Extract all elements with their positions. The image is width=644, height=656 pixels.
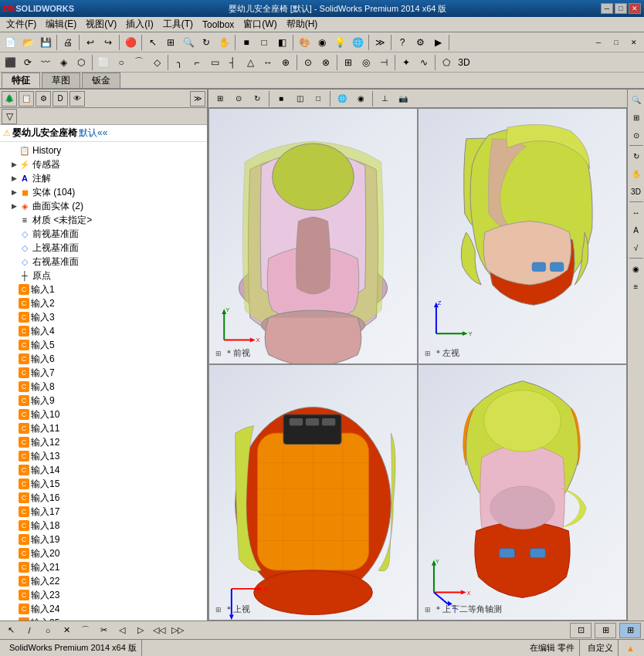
tb-wireframe[interactable]: □ <box>256 34 273 51</box>
menu-tools[interactable]: 工具(T) <box>158 16 198 32</box>
tree-item-input11[interactable]: C 输入11 <box>0 421 207 435</box>
tree-item-input16[interactable]: C 输入16 <box>0 491 207 505</box>
vp-view-orient[interactable]: ⊞ <box>212 90 229 107</box>
tree-item-input7[interactable]: C 输入7 <box>0 366 207 380</box>
rt-appearance[interactable]: ◉ <box>628 260 645 277</box>
bottom-line[interactable]: / <box>22 623 37 638</box>
filter-icon[interactable]: ▽ <box>2 109 17 124</box>
tree-item-input19[interactable]: C 输入19 <box>0 533 207 546</box>
open-button[interactable]: 📂 <box>19 34 36 51</box>
bottom-cross[interactable]: ✕ <box>59 623 74 638</box>
tb-zoom-fit[interactable]: ⊞ <box>162 34 179 51</box>
vp-rotate[interactable]: ↻ <box>249 90 266 107</box>
vp-appear[interactable]: ◉ <box>352 90 369 107</box>
rt-3d-view[interactable]: 3D <box>628 183 645 200</box>
tb-cut-sweep[interactable]: ⌒ <box>130 54 147 71</box>
tree-item-input5[interactable]: C 输入5 <box>0 338 207 352</box>
tab-sketch[interactable]: 草图 <box>42 73 80 88</box>
menu-window[interactable]: 窗口(W) <box>239 16 281 32</box>
view-left[interactable]: Y Z ⊞ ＊左视 <box>418 108 627 364</box>
tree-item-input15[interactable]: C 输入15 <box>0 477 207 491</box>
tree-item-input9[interactable]: C 输入9 <box>0 394 207 407</box>
bottom-two-view[interactable]: ⊞ <box>595 623 616 638</box>
tb-hole[interactable]: ⊙ <box>300 54 317 71</box>
tree-item-input23[interactable]: C 输入23 <box>0 588 207 602</box>
minimize-button[interactable]: ─ <box>601 3 613 14</box>
bottom-next[interactable]: ▷ <box>133 623 148 638</box>
vp-zoom-fit[interactable]: ⊙ <box>230 90 247 107</box>
rt-zoom-in[interactable]: 🔍 <box>628 91 645 108</box>
tb-select[interactable]: ↖ <box>144 34 161 51</box>
doc-close[interactable]: ✕ <box>625 34 642 51</box>
tree-item-right-plane[interactable]: ◇ 右视基准面 <box>0 255 207 269</box>
bottom-arc[interactable]: ⌒ <box>77 623 93 638</box>
menu-toolbox[interactable]: Toolbox <box>198 18 239 32</box>
tb-more[interactable]: ≫ <box>371 34 388 51</box>
tb-rib[interactable]: ┤ <box>224 54 241 71</box>
tb-pan[interactable]: ✋ <box>215 34 232 51</box>
sidebar-expand-btn[interactable]: ≫ <box>190 91 205 107</box>
tb-section[interactable]: ◧ <box>273 34 290 51</box>
view-iso[interactable]: X Y Z ⊞ ＊上下二等角轴测 <box>418 364 627 620</box>
rt-pan[interactable]: ✋ <box>628 165 645 182</box>
view-front[interactable]: X Y ⊞ ＊前视 <box>208 108 418 364</box>
menu-file[interactable]: 文件(F) <box>2 16 41 32</box>
rt-surface-fin[interactable]: √ <box>628 239 645 256</box>
tree-item-input24[interactable]: C 输入24 <box>0 602 207 616</box>
menu-help[interactable]: 帮助(H) <box>282 16 323 32</box>
tb-qmark[interactable]: ⚙ <box>412 34 429 51</box>
sidebar-tab-feature-tree[interactable]: 🌲 <box>2 91 17 107</box>
sidebar-tab-property[interactable]: 📋 <box>19 91 34 107</box>
rt-rotate[interactable]: ↻ <box>628 147 645 164</box>
vp-scene[interactable]: 🌐 <box>334 90 351 107</box>
tree-item-material[interactable]: ≡ 材质 <未指定> <box>0 213 207 227</box>
tree-item-input17[interactable]: C 输入17 <box>0 505 207 519</box>
tree-item-input8[interactable]: C 输入8 <box>0 380 207 394</box>
tb-fillet[interactable]: ╮ <box>171 54 188 71</box>
tb-pattern-circular[interactable]: ◎ <box>358 54 375 71</box>
close-button[interactable]: ✕ <box>629 3 641 14</box>
menu-edit[interactable]: 编辑(E) <box>41 16 81 32</box>
tb-cut-extrude[interactable]: ⬜ <box>95 54 112 71</box>
tab-features[interactable]: 特征 <box>2 73 40 88</box>
sidebar-tab-config[interactable]: ⚙ <box>36 91 51 107</box>
tb-shell[interactable]: ▭ <box>206 54 223 71</box>
bottom-four-view[interactable]: ⊞ <box>619 623 641 638</box>
undo-button[interactable]: ↩ <box>82 34 99 51</box>
tb-search[interactable]: ? <box>394 34 411 51</box>
vp-section[interactable]: ⊥ <box>376 90 393 107</box>
tb-draft[interactable]: △ <box>242 54 259 71</box>
doc-minimize[interactable]: ─ <box>590 34 607 51</box>
rt-zoom-fit[interactable]: ⊙ <box>628 127 645 144</box>
vp-shaded[interactable]: ■ <box>273 90 290 107</box>
sidebar-tab-dxf[interactable]: D <box>53 91 68 107</box>
bottom-pointer[interactable]: ↖ <box>3 623 19 638</box>
tb-sweep[interactable]: 〰 <box>37 54 54 71</box>
tb-combine[interactable]: ⊕ <box>277 54 294 71</box>
bottom-trim[interactable]: ✂ <box>96 623 111 638</box>
tree-item-origin[interactable]: ┼ 原点 <box>0 269 207 282</box>
tree-item-input3[interactable]: C 输入3 <box>0 310 207 324</box>
tb-texture[interactable]: ◉ <box>314 34 330 51</box>
tb-cut-revolve[interactable]: ○ <box>113 54 130 71</box>
tree-item-solid[interactable]: ▶ ◼ 实体 (104) <box>0 185 207 199</box>
tb-mirror[interactable]: ⊣ <box>375 54 392 71</box>
tab-sheetmetal[interactable]: 钣金 <box>82 73 120 88</box>
tb-ref-geom[interactable]: ✦ <box>398 54 415 71</box>
menu-insert[interactable]: 插入(I) <box>121 16 158 32</box>
tree-item-input2[interactable]: C 输入2 <box>0 296 207 310</box>
sidebar-tab-display[interactable]: 👁 <box>69 91 85 107</box>
rebuild-button[interactable]: 🔴 <box>122 34 139 51</box>
tb-light[interactable]: 💡 <box>331 34 348 51</box>
tree-item-input20[interactable]: C 输入20 <box>0 546 207 560</box>
tb-pattern-linear[interactable]: ⊞ <box>340 54 357 71</box>
bottom-prev[interactable]: ◁ <box>114 623 130 638</box>
bottom-fwd[interactable]: ▷▷ <box>170 623 185 638</box>
tree-item-input13[interactable]: C 输入13 <box>0 449 207 463</box>
tree-item-front-plane[interactable]: ◇ 前视基准面 <box>0 227 207 241</box>
menu-view[interactable]: 视图(V) <box>81 16 121 32</box>
tb-thread[interactable]: ⊗ <box>317 54 334 71</box>
tree-item-input22[interactable]: C 输入22 <box>0 574 207 588</box>
bottom-single-view[interactable]: ⊡ <box>570 623 591 638</box>
tree-item-input1[interactable]: C 输入1 <box>0 282 207 296</box>
